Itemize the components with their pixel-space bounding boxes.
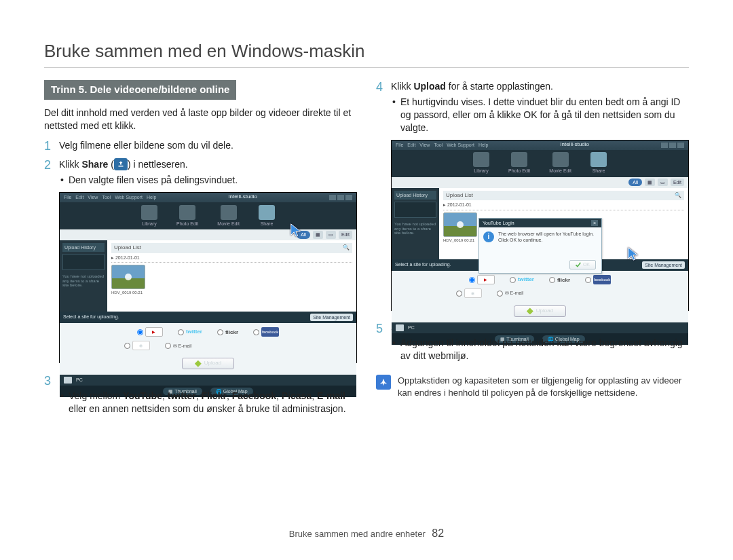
window-buttons bbox=[661, 143, 684, 148]
service-youtube: ▶ bbox=[469, 275, 495, 284]
popup-line1: The web browser will open for YouTube lo… bbox=[498, 231, 594, 238]
step-2-bold: Share bbox=[81, 159, 108, 170]
site-management-button: Site Management bbox=[642, 261, 685, 269]
thumbnail-label: HDV_0019 00:21 bbox=[111, 290, 352, 295]
info-icon: i bbox=[483, 231, 494, 242]
app-menu-bar: FileEditViewToolWeb SupportHelp bbox=[64, 194, 156, 200]
service-email: ✉ E-mail bbox=[165, 341, 192, 350]
filter-photo-chip: ▦ bbox=[645, 179, 655, 186]
tab-photo-edit: Photo Edit bbox=[176, 205, 198, 227]
step-2-pre: Klikk bbox=[59, 159, 81, 170]
upload-date: ▸ 2012-01-01 bbox=[443, 200, 684, 210]
step-5-bullet: Adgangen til inneholdet på nettsiden kan… bbox=[391, 337, 689, 362]
intro-text: Del ditt innhold med verden ved å laste … bbox=[44, 107, 357, 132]
app-screenshot-2: FileEditViewToolWeb SupportHelp Intelli-… bbox=[391, 140, 689, 311]
site-management-button: Site Management bbox=[310, 314, 353, 321]
step-number: 3 bbox=[44, 374, 59, 418]
service-picasa: ◉ bbox=[456, 288, 482, 298]
service-twitter: twitter bbox=[178, 327, 202, 337]
app-logo: Intelli-studio bbox=[228, 193, 257, 201]
step-number: 1 bbox=[44, 139, 59, 154]
window-buttons bbox=[329, 195, 352, 200]
step-2-post: i nettleseren. bbox=[134, 159, 188, 170]
app-logo: Intelli-studio bbox=[560, 141, 589, 149]
history-empty-note: You have not uploaded any items to a sha… bbox=[62, 274, 105, 288]
step-number: 5 bbox=[376, 322, 391, 366]
note-text: Opptakstiden og kapasiteten som er tilgj… bbox=[398, 375, 689, 398]
tab-share: Share bbox=[590, 152, 607, 174]
close-paren: ) bbox=[128, 159, 134, 170]
select-site-label: Select a site for uploading. bbox=[63, 314, 119, 321]
service-youtube: ▶ bbox=[137, 327, 163, 337]
filter-edit-chip: Edit bbox=[339, 231, 352, 238]
tab-movie-edit: Movie Edit bbox=[217, 205, 240, 227]
pc-icon bbox=[396, 324, 404, 331]
step-4-bold: Upload bbox=[413, 81, 445, 92]
service-facebook: facebook bbox=[253, 327, 279, 337]
filter-video-chip: ▭ bbox=[658, 179, 668, 186]
pc-label: PC bbox=[76, 377, 83, 383]
tab-photo-edit: Photo Edit bbox=[508, 152, 530, 174]
right-column: 4 Klikk Upload for å starte opplastingen… bbox=[376, 80, 689, 422]
service-facebook: facebook bbox=[585, 275, 611, 284]
history-empty-note: You have not uploaded any items to a sha… bbox=[394, 222, 436, 236]
filter-all-pill: All bbox=[628, 179, 642, 186]
upload-button: Upload bbox=[182, 358, 234, 369]
left-column: Trinn 5. Dele videoene/bildene online De… bbox=[44, 80, 357, 422]
search-icon: 🔍 bbox=[343, 244, 350, 252]
pc-label: PC bbox=[408, 324, 415, 331]
popup-line2: Click OK to continue. bbox=[498, 238, 594, 244]
filter-video-chip: ▭ bbox=[326, 231, 336, 238]
service-flickr: flickr bbox=[549, 275, 570, 284]
popup-title: YouTube Login bbox=[483, 220, 514, 226]
history-item bbox=[394, 202, 436, 218]
upload-list-header: Upload List bbox=[446, 192, 473, 200]
select-site-label: Select a site for uploading. bbox=[395, 261, 451, 269]
upload-date: ▸ 2012-01-01 bbox=[111, 253, 352, 263]
app-screenshot-1: FileEditViewToolWeb SupportHelp Intelli-… bbox=[59, 192, 357, 363]
service-picasa: ◉ bbox=[124, 341, 150, 350]
cursor-arrow-icon bbox=[626, 246, 641, 261]
service-twitter: twitter bbox=[510, 275, 534, 284]
pc-icon bbox=[64, 377, 72, 384]
video-thumbnail bbox=[111, 265, 145, 289]
step-1-text: Velg filmene eller bildene som du vil de… bbox=[59, 139, 357, 154]
service-email: ✉ E-mail bbox=[497, 288, 524, 298]
step-2-bullet: Den valgte filen vises på delingsvinduet… bbox=[59, 174, 357, 187]
history-item bbox=[62, 254, 105, 270]
cursor-arrow-icon bbox=[288, 223, 303, 238]
step-3-bullet: Velg mellom YouTube, twitter, Flickr, Fa… bbox=[59, 390, 357, 415]
app-menu-bar: FileEditViewToolWeb SupportHelp bbox=[396, 142, 488, 148]
tab-share: Share bbox=[259, 205, 275, 227]
tab-library: Library bbox=[473, 152, 489, 174]
page-footer: Bruke sammen med andre enheter 82 bbox=[0, 527, 733, 540]
video-thumbnail bbox=[443, 212, 477, 237]
search-icon: 🔍 bbox=[675, 192, 681, 200]
tab-library: Library bbox=[141, 205, 157, 227]
filter-photo-chip: ▦ bbox=[313, 231, 323, 238]
step-4-post: for å starte opplastingen. bbox=[446, 81, 553, 92]
close-icon: × bbox=[591, 220, 598, 226]
footer-section: Bruke sammen med andre enheter bbox=[289, 529, 426, 539]
page-title: Bruke sammen med en Windows-maskin bbox=[44, 41, 689, 68]
ok-button: OK bbox=[569, 260, 596, 269]
step-number: 2 bbox=[44, 158, 59, 370]
upload-history-header: Upload History bbox=[394, 191, 436, 200]
upload-list-header: Upload List bbox=[114, 244, 141, 252]
step-number: 4 bbox=[376, 80, 391, 318]
step-4-pre: Klikk bbox=[391, 81, 413, 92]
upload-button: Upload bbox=[514, 305, 566, 317]
note-icon bbox=[376, 375, 391, 390]
tab-movie-edit: Movie Edit bbox=[549, 152, 571, 174]
step-4-bullet: Et hurtigvindu vises. I dette vinduet bl… bbox=[391, 96, 689, 134]
service-flickr: flickr bbox=[217, 327, 238, 337]
login-popup: YouTube Login× i The web browser will op… bbox=[478, 218, 602, 274]
filter-edit-chip: Edit bbox=[671, 179, 684, 186]
upload-history-header: Upload History bbox=[62, 243, 105, 252]
share-icon bbox=[114, 158, 128, 170]
page-number: 82 bbox=[432, 527, 444, 539]
step-header: Trinn 5. Dele videoene/bildene online bbox=[44, 80, 236, 100]
